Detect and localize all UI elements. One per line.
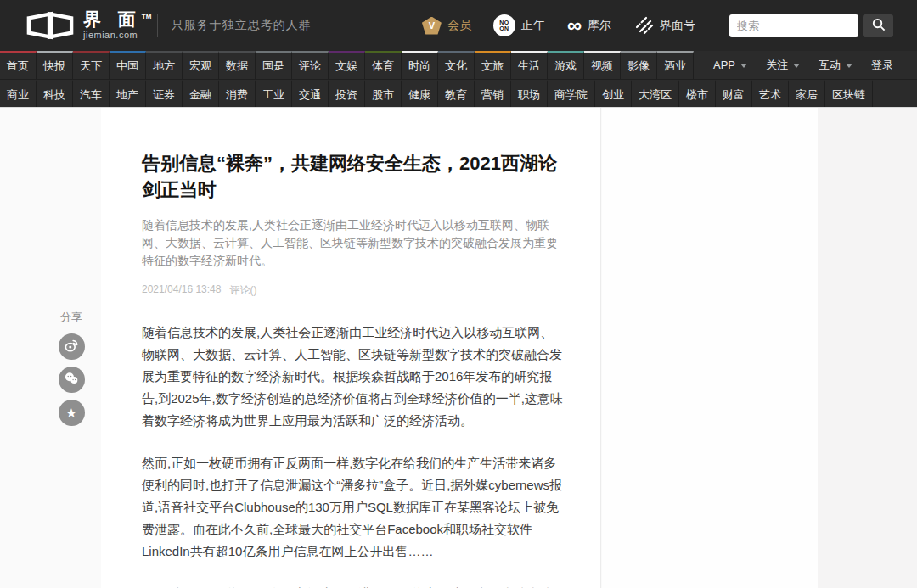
- logo-text: 界 面TM jiemian.com: [83, 11, 142, 40]
- logo-tm: TM: [142, 8, 152, 25]
- nav-item[interactable]: 大湾区: [632, 80, 679, 107]
- nav-item[interactable]: 投资: [329, 80, 365, 107]
- share-wechat-button[interactable]: [59, 367, 85, 393]
- article-body: 随着信息技术的发展,人类社会正逐渐由工业经济时代迈入以移动互联网、物联网、大数据…: [142, 322, 563, 588]
- nav-item[interactable]: 酒业: [657, 51, 694, 79]
- article-column: 告别信息“裸奔”，共建网络安全生态，2021西湖论剑正当时 随着信息技术的发展,…: [101, 108, 601, 588]
- jiemianhao-link[interactable]: 界面号: [633, 14, 695, 37]
- nav-item[interactable]: 创业: [595, 80, 632, 107]
- nav-item[interactable]: 首页: [0, 51, 37, 79]
- nav-item[interactable]: 科技: [37, 80, 73, 107]
- nav-item[interactable]: 游戏: [548, 51, 584, 79]
- article-paragraph: “全民上云”、万物互联,在数字经济发展进程中,网络安全这一命题也越来越成为行业的…: [142, 583, 563, 588]
- nav-item[interactable]: 中国: [110, 51, 146, 79]
- nav-item[interactable]: 职场: [511, 80, 548, 107]
- nav-item[interactable]: 工业: [256, 80, 292, 107]
- chevron-down-icon: [740, 64, 747, 68]
- nav-item[interactable]: 金融: [183, 80, 219, 107]
- article-meta: 2021/04/16 13:48 评论(): [142, 283, 563, 298]
- share-weibo-button[interactable]: [59, 333, 85, 360]
- nav-item[interactable]: 艺术: [752, 80, 789, 107]
- article-comments-link[interactable]: 评论(): [229, 283, 256, 298]
- nav-item[interactable]: 时尚: [402, 51, 438, 79]
- nav-item[interactable]: 交通: [292, 80, 329, 107]
- nav-item[interactable]: 汽车: [73, 80, 110, 107]
- share-label: 分享: [54, 310, 88, 325]
- nav-item[interactable]: 营销: [475, 80, 511, 107]
- search-input[interactable]: [729, 14, 858, 37]
- nav-item[interactable]: 家居: [789, 80, 825, 107]
- right-side-panel: [818, 108, 917, 588]
- moer-link[interactable]: ∞ 摩尔: [567, 17, 611, 34]
- header-divider: [157, 14, 158, 37]
- nav-item[interactable]: 宏观: [183, 51, 219, 79]
- weibo-icon: [63, 337, 80, 357]
- nav-item[interactable]: 股市: [365, 80, 402, 107]
- noon-icon-line2: ON: [499, 25, 509, 31]
- site-tagline: 只服务于独立思考的人群: [172, 18, 312, 33]
- nav-item[interactable]: 文旅: [475, 51, 511, 79]
- nav-item[interactable]: 区块链: [825, 80, 873, 107]
- nav-item[interactable]: 教育: [438, 80, 475, 107]
- wechat-icon: [63, 370, 80, 390]
- article-paragraph: 随着信息技术的发展,人类社会正逐渐由工业经济时代迈入以移动互联网、物联网、大数据…: [142, 322, 563, 432]
- nav-item[interactable]: 天下: [73, 51, 110, 79]
- member-link[interactable]: V 会员: [422, 17, 471, 35]
- nav-item[interactable]: 视频: [584, 51, 621, 79]
- nav-item[interactable]: 消费: [219, 80, 256, 107]
- nav-item-follow-label: 关注: [766, 58, 788, 73]
- nav-extras: APP 关注 互动 登录: [706, 51, 901, 79]
- nav-item[interactable]: 商业: [0, 80, 37, 107]
- nav-item[interactable]: 财富: [716, 80, 752, 107]
- nav-item-follow[interactable]: 关注: [758, 58, 807, 73]
- nav-item-interact-label: 互动: [819, 58, 841, 73]
- noon-label: 正午: [521, 18, 545, 33]
- share-rail: 分享 ★: [54, 310, 88, 433]
- nav-item-login[interactable]: 登录: [864, 58, 901, 73]
- article-title: 告别信息“裸奔”，共建网络安全生态，2021西湖论剑正当时: [142, 150, 563, 203]
- nav-item[interactable]: 国是: [256, 51, 292, 79]
- page-body: 分享 ★: [0, 108, 917, 588]
- nav-item[interactable]: 评论: [292, 51, 329, 79]
- nav-item-app-label: APP: [713, 59, 735, 71]
- nav-item[interactable]: 地方: [146, 51, 183, 79]
- nav-row-primary: 首页 快报 天下 中国 地方 宏观 数据 国是 评论 文娱 体育 时尚: [0, 51, 917, 79]
- nav-item[interactable]: 生活: [511, 51, 548, 79]
- moer-icon: ∞: [567, 17, 582, 34]
- search-button[interactable]: [863, 14, 893, 37]
- chevron-down-icon: [846, 64, 852, 68]
- noon-icon: NO ON: [493, 14, 515, 36]
- nav-item[interactable]: 快报: [37, 51, 73, 79]
- nav-item[interactable]: 文娱: [329, 51, 365, 79]
- noon-link[interactable]: NO ON 正午: [493, 14, 545, 36]
- nav-item[interactable]: 证券: [146, 80, 183, 107]
- article-summary: 随着信息技术的发展,人类社会正逐渐由工业经济时代迈入以移动互联网、物联网、大数据…: [142, 216, 563, 270]
- nav-row-secondary: 商业 科技 汽车 地产 证券 金融 消费 工业 交通 投资 股市 健康: [0, 79, 917, 107]
- logo-cn-text: 界 面: [83, 9, 142, 29]
- nav-item[interactable]: 影像: [621, 51, 657, 79]
- jiemianhao-icon: [633, 14, 654, 37]
- qzone-star-icon: ★: [65, 406, 76, 419]
- nav-item[interactable]: 数据: [219, 51, 256, 79]
- share-qzone-button[interactable]: ★: [59, 400, 85, 426]
- jiemian-logo-icon: [25, 10, 75, 41]
- jiemianhao-label: 界面号: [660, 18, 695, 33]
- moer-label: 摩尔: [588, 18, 611, 33]
- nav-item-login-label: 登录: [871, 58, 893, 73]
- nav-item[interactable]: 商学院: [548, 80, 595, 107]
- nav-item[interactable]: 文化: [438, 51, 475, 79]
- jiemian-logo[interactable]: 界 面TM jiemian.com: [25, 10, 142, 41]
- nav-item[interactable]: 体育: [365, 51, 402, 79]
- main-nav: 首页 快报 天下 中国 地方 宏观 数据 国是 评论 文娱 体育 时尚: [0, 51, 917, 108]
- member-label: 会员: [447, 18, 471, 33]
- nav-item-interact[interactable]: 互动: [811, 58, 860, 73]
- noon-icon-line1: NO: [499, 20, 509, 25]
- chevron-down-icon: [793, 64, 800, 68]
- article-paragraph: 然而,正如一枚硬币拥有正反两面一样,数字化在给我们的生产生活带来诸多便利的同时,…: [142, 452, 563, 563]
- article-date: 2021/04/16 13:48: [142, 283, 221, 298]
- nav-item[interactable]: 地产: [110, 80, 146, 107]
- nav-item[interactable]: 楼市: [679, 80, 716, 107]
- search-box: [729, 14, 893, 37]
- nav-item-app[interactable]: APP: [706, 59, 755, 71]
- nav-item[interactable]: 健康: [402, 80, 438, 107]
